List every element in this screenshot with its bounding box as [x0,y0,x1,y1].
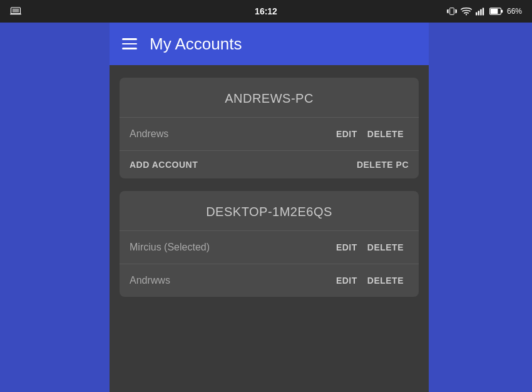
svg-rect-15 [491,9,498,14]
status-bar-icons: 66% [447,6,522,16]
content-area: ANDREWS-PC Andrews EDIT DELETE ADD ACCOU… [110,65,429,392]
battery-percent: 66% [507,7,522,16]
signal-icon [476,7,486,16]
svg-rect-11 [480,9,481,16]
pc-title-andrews: ANDREWS-PC [120,78,419,117]
delete-button-andrews[interactable]: DELETE [362,126,409,142]
status-bar-time: 16:12 [255,6,277,16]
delete-pc-button-andrews[interactable]: DELETE PC [357,160,409,170]
account-row-andrwws: Andrwws EDIT DELETE [120,264,419,297]
account-name-mircius: Mircius (Selected) [130,242,331,253]
svg-rect-1 [13,9,19,13]
svg-rect-12 [483,8,484,15]
card-footer-andrews: ADD ACCOUNT DELETE PC [120,150,419,178]
svg-rect-2 [10,14,21,15]
add-account-button-andrews[interactable]: ADD ACCOUNT [130,160,198,170]
account-name-andrews: Andrews [130,128,331,140]
app-container: My Accounts ANDREWS-PC Andrews EDIT DELE… [110,23,429,392]
edit-button-andrews[interactable]: EDIT [331,126,362,142]
svg-rect-10 [478,11,479,15]
pc-title-desktop: DESKTOP-1M2E6QS [120,191,419,230]
svg-rect-9 [476,13,477,16]
page-title: My Accounts [150,34,242,54]
svg-point-8 [466,14,467,15]
pc-card-andrews: ANDREWS-PC Andrews EDIT DELETE ADD ACCOU… [120,78,419,178]
battery-icon [489,8,503,15]
edit-button-andrwws[interactable]: EDIT [331,273,362,288]
delete-button-mircius[interactable]: DELETE [362,240,409,255]
status-bar: 16:12 66% [0,0,532,23]
laptop-icon [10,7,21,16]
edit-button-mircius[interactable]: EDIT [331,240,362,255]
svg-rect-14 [501,10,503,13]
status-bar-left [10,7,21,16]
app-bar: My Accounts [110,23,429,65]
account-row-andrews: Andrews EDIT DELETE [120,117,419,150]
wifi-icon [461,7,472,16]
hamburger-menu-button[interactable] [122,38,137,49]
delete-button-andrwws[interactable]: DELETE [362,273,409,288]
vibrate-icon [447,6,457,16]
account-row-mircius: Mircius (Selected) EDIT DELETE [120,230,419,264]
pc-card-desktop: DESKTOP-1M2E6QS Mircius (Selected) EDIT … [120,191,419,297]
svg-rect-3 [450,8,454,15]
account-name-andrwws: Andrwws [130,275,331,286]
